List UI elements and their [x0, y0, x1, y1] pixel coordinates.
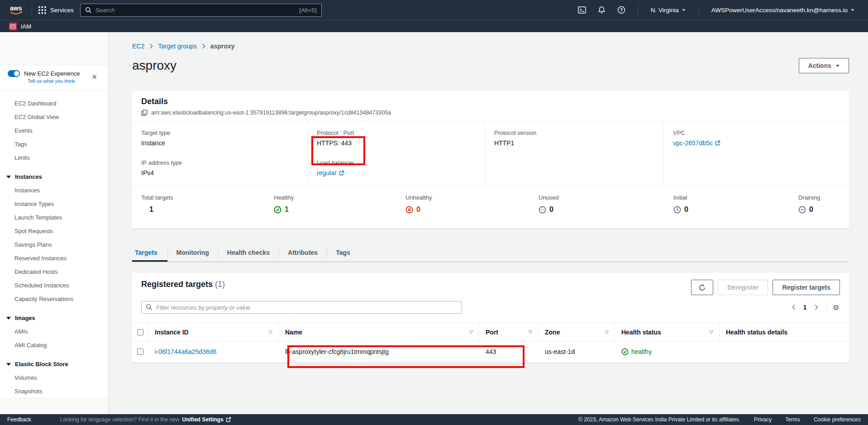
favorite-iam-link[interactable]: IAM [9, 23, 31, 30]
health-status-cell: healthy [631, 348, 652, 355]
sidebar-item-launch-templates[interactable]: Launch Templates [0, 211, 108, 224]
external-link-icon [339, 170, 344, 176]
tab-attributes[interactable]: Attributes [279, 244, 327, 262]
sidebar-item-tags[interactable]: Tags [0, 138, 108, 151]
sidebar-item-instances[interactable]: Instances [0, 184, 108, 197]
total-targets-value: 1 [149, 205, 153, 214]
sidebar-item-capacity-reservations[interactable]: Capacity Reservations [0, 292, 108, 306]
column-header-health-status[interactable]: Health status ▽ [615, 323, 720, 341]
search-icon [85, 7, 92, 14]
cloudshell-button[interactable] [572, 6, 592, 14]
column-header-name[interactable]: Name ▽ [279, 323, 479, 341]
aws-logo-icon[interactable]: aws [7, 4, 25, 16]
load-balancer-label: Load balancer [317, 159, 485, 166]
settings-gear-icon[interactable]: ⚙ [832, 303, 840, 312]
column-header-port[interactable]: Port ▽ [479, 323, 539, 341]
refresh-button[interactable] [691, 280, 713, 295]
services-menu-button[interactable]: Services [38, 6, 74, 14]
sidebar-item-events[interactable]: Events [0, 124, 108, 138]
targets-filter [141, 301, 462, 314]
sidebar-item-volumes[interactable]: Volumes [0, 371, 108, 385]
terms-link[interactable]: Terms [785, 416, 800, 423]
sort-icon[interactable]: ▽ [269, 329, 272, 335]
deregister-button[interactable]: Deregister [718, 280, 768, 295]
chevron-down-icon [6, 176, 11, 178]
services-label: Services [50, 7, 74, 14]
vpc-value: vpc-2657db5c [673, 139, 713, 147]
region-selector[interactable]: N. Virginia [644, 7, 692, 14]
account-label: AWSPowerUserAccess/navaneeth.kn@harness.… [711, 7, 848, 14]
sidebar-item-amis[interactable]: AMIs [0, 325, 108, 339]
sidebar-item-limits[interactable]: Limits [0, 151, 108, 165]
sidebar-item-savings-plans[interactable]: Savings Plans [0, 238, 108, 252]
sidebar-item-ami-catalog[interactable]: AMI Catalog [0, 339, 108, 352]
sidebar-item-snapshots[interactable]: Snapshots [0, 385, 108, 398]
unused-value: 0 [549, 205, 553, 214]
privacy-link[interactable]: Privacy [754, 416, 772, 423]
feedback-link[interactable]: Feedback [7, 416, 31, 423]
sidebar-item-ec2-dashboard[interactable]: EC2 Dashboard [0, 97, 108, 110]
divider [698, 5, 699, 15]
sort-icon[interactable]: ▽ [529, 329, 532, 335]
actions-button[interactable]: Actions [799, 58, 849, 73]
filter-input[interactable] [141, 301, 462, 314]
sidebar-item-scheduled-instances[interactable]: Scheduled Instances [0, 279, 108, 292]
actions-label: Actions [808, 62, 831, 69]
protocol-version-label: Protocol version [494, 129, 663, 136]
notifications-bell-icon[interactable] [592, 6, 611, 14]
next-page-button[interactable] [811, 302, 822, 312]
row-checkbox[interactable] [137, 349, 143, 355]
copy-icon[interactable] [141, 110, 148, 116]
tab-monitoring[interactable]: Monitoring [167, 244, 218, 262]
section-label: Elastic Block Store [15, 358, 68, 371]
column-header-zone[interactable]: Zone ▽ [539, 323, 615, 341]
target-name-cell: lb-asproxytyler-cfcg8jru1tmmqpntsjtg [279, 348, 479, 355]
global-search[interactable]: [Alt+S] [80, 4, 322, 17]
ip-address-type-label: IP address type [141, 159, 307, 166]
sidebar-item-reserved-instances[interactable]: Reserved Instances [0, 252, 108, 265]
previous-page-button[interactable] [788, 302, 800, 312]
sort-icon[interactable]: ▽ [710, 329, 713, 335]
sidebar-item-dedicated-hosts[interactable]: Dedicated Hosts [0, 265, 108, 279]
column-header-instance-id[interactable]: Instance ID ▽ [148, 323, 279, 341]
unused-label: Unused [539, 194, 559, 201]
account-menu[interactable]: AWSPowerUserAccess/navaneeth.kn@harness.… [705, 7, 861, 14]
healthy-label: Healthy [274, 194, 294, 201]
tab-targets[interactable]: Targets [132, 244, 167, 262]
vpc-label: VPC [673, 129, 849, 136]
sidebar-section-ebs[interactable]: Elastic Block Store [0, 358, 108, 371]
sidebar-section-instances[interactable]: Instances [0, 170, 108, 184]
vpc-link[interactable]: vpc-2657db5c [673, 139, 720, 147]
sidebar-section-images[interactable]: Images [0, 311, 108, 325]
tab-tags[interactable]: Tags [327, 244, 359, 262]
load-balancer-value: regular [317, 169, 337, 177]
cookie-preferences-link[interactable]: Cookie preferences [814, 416, 861, 423]
breadcrumb-ec2-link[interactable]: EC2 [132, 43, 144, 50]
tab-health-checks[interactable]: Health checks [218, 244, 279, 262]
sidebar-item-ec2-global-view[interactable]: EC2 Global View [0, 110, 108, 124]
minus-circle-icon [798, 206, 806, 214]
section-label: Instances [15, 170, 42, 184]
draining-value: 0 [809, 205, 813, 214]
unified-settings-link[interactable]: Unified Settings [182, 416, 231, 423]
sort-icon[interactable]: ▽ [469, 329, 473, 335]
breadcrumb-target-groups-link[interactable]: Target groups [158, 43, 197, 50]
initial-label: Initial [673, 194, 688, 201]
help-icon[interactable]: ? [611, 6, 631, 14]
target-type-label: Target type [141, 129, 307, 136]
sidebar-item-instance-types[interactable]: Instance Types [0, 197, 108, 211]
search-icon [146, 304, 153, 310]
load-balancer-link[interactable]: regular [317, 169, 344, 177]
search-input[interactable] [95, 7, 299, 14]
sidebar-item-spot-requests[interactable]: Spot Requests [0, 224, 108, 238]
unhealthy-label: Unhealthy [405, 194, 432, 201]
current-page-number[interactable]: 1 [800, 304, 811, 311]
register-targets-button[interactable]: Register targets [773, 280, 840, 295]
draining-label: Draining [798, 194, 820, 201]
new-ec2-experience-toggle[interactable] [8, 70, 20, 77]
deregister-label: Deregister [727, 284, 758, 291]
select-all-checkbox[interactable] [137, 329, 143, 335]
instance-id-link[interactable]: i-06f1744a6a25d36d6 [155, 348, 216, 355]
close-icon[interactable]: ✕ [91, 73, 97, 80]
sort-icon[interactable]: ▽ [605, 329, 609, 335]
